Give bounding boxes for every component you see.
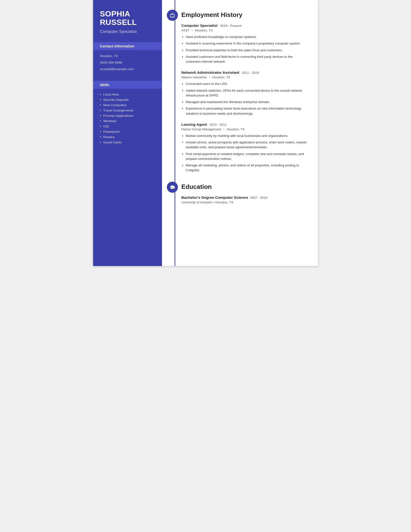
- education-title: Education: [181, 182, 308, 190]
- skills-header: Skills: [93, 81, 162, 89]
- skill-item: Travel Arrangements: [100, 109, 155, 112]
- contact-phone: (620) 555-6948: [100, 60, 155, 65]
- job-bullet: Post rental payments to resident ledgers…: [186, 152, 308, 162]
- contact-location: Houston, TX: [100, 54, 155, 58]
- job-title: Leasing Agent: [181, 122, 207, 127]
- edu-container: Bachelor's Degree Computer Science2007 -…: [181, 195, 308, 204]
- graduation-icon: [170, 184, 175, 190]
- candidate-name: SOPHIA RUSSELL: [100, 10, 155, 27]
- contact-header: Contact Information: [93, 42, 162, 50]
- job-bullet: Market community by meeting with local b…: [186, 133, 308, 138]
- job-bullets: Market community by meeting with local b…: [181, 133, 308, 173]
- skill-item: Routers: [100, 135, 155, 139]
- job-bullet: Assisted customers and field techs in co…: [186, 54, 308, 64]
- job-bullet: Provided technical expertise to both the…: [186, 48, 308, 53]
- job-bullets: Connected users to the LAN.Added network…: [181, 82, 308, 116]
- skill-item: Guest Cards: [100, 141, 155, 144]
- jobs-container: Computer Specialist2019 - PresentAT&T • …: [181, 23, 308, 173]
- job-bullet: Manage all marketing, photos, and videos…: [186, 163, 308, 173]
- main-content: Employment History Computer Specialist20…: [162, 0, 318, 266]
- job-title: Computer Specialist: [181, 23, 218, 28]
- job-bullet: Have proficient knowledge on computer sy…: [186, 35, 308, 39]
- skill-item: CID: [100, 124, 155, 128]
- employment-section: Employment History Computer Specialist20…: [162, 10, 308, 173]
- job-dates: 2010 - 2011: [209, 123, 227, 126]
- skill-item: New Computers: [100, 103, 155, 107]
- education-icon: [167, 182, 178, 193]
- employment-title: Employment History: [181, 10, 308, 19]
- contact-info-block: Houston, TX (620) 555-6948 srussell@exam…: [100, 54, 155, 74]
- edu-school: University of Houston • Houston, TX: [181, 200, 308, 204]
- job-bullet: Added network switches, UPSs for each co…: [186, 88, 308, 98]
- skill-item: Security Deposits: [100, 98, 155, 102]
- job-bullets: Have proficient knowledge on computer sy…: [181, 35, 308, 64]
- sidebar: SOPHIA RUSSELL Computer Specialist Conta…: [93, 0, 162, 266]
- job-dates: 2019 - Present: [220, 24, 242, 28]
- job-bullet: Assisted in scanning easements in the co…: [186, 41, 308, 46]
- job-bullet: Managed and maintained the Windows enter…: [186, 100, 308, 104]
- job-header: Leasing Agent2010 - 2011: [181, 122, 308, 127]
- skills-list: Local AreaSecurity DepositsNew Computers…: [100, 93, 155, 144]
- job-dates: 2011 - 2019: [242, 71, 259, 75]
- skills-section: Local AreaSecurity DepositsNew Computers…: [100, 93, 155, 146]
- edu-block: Bachelor's Degree Computer Science2007 -…: [181, 195, 308, 204]
- job-block: Computer Specialist2019 - PresentAT&T • …: [181, 23, 308, 64]
- job-block: Network Administrator Assistant2011 - 20…: [181, 70, 308, 116]
- job-company: Nabors Industries • Houston, TX: [181, 76, 308, 79]
- edu-degree: Bachelor's Degree Computer Science2007 -…: [181, 195, 308, 200]
- job-header: Network Administrator Assistant2011 - 20…: [181, 70, 308, 75]
- employment-icon: [167, 10, 178, 21]
- resume-container: SOPHIA RUSSELL Computer Specialist Conta…: [93, 0, 318, 266]
- skill-item: Powerpoint: [100, 130, 155, 133]
- job-bullet: Connected users to the LAN.: [186, 82, 308, 86]
- job-bullet: Answer phone, assist prospects with appl…: [186, 140, 308, 150]
- job-block: Leasing Agent2010 - 2011Harbor Group Man…: [181, 122, 308, 173]
- skill-item: Process Applications: [100, 114, 155, 117]
- education-section: Education Bachelor's Degree Computer Sci…: [162, 182, 308, 204]
- skill-item: Local Area: [100, 93, 155, 96]
- job-title: Network Administrator Assistant: [181, 70, 239, 75]
- job-header: Computer Specialist2019 - Present: [181, 23, 308, 28]
- contact-email: srussell@example.com: [100, 67, 155, 72]
- job-company: AT&T • Houston, TX: [181, 28, 308, 32]
- briefcase-icon: [170, 13, 175, 18]
- skill-item: Windows: [100, 119, 155, 123]
- candidate-title: Computer Specialist: [100, 29, 155, 34]
- job-bullet: Experience in persuading senior level ex…: [186, 106, 308, 116]
- job-company: Harbor Group Management • Houston, TX: [181, 127, 308, 131]
